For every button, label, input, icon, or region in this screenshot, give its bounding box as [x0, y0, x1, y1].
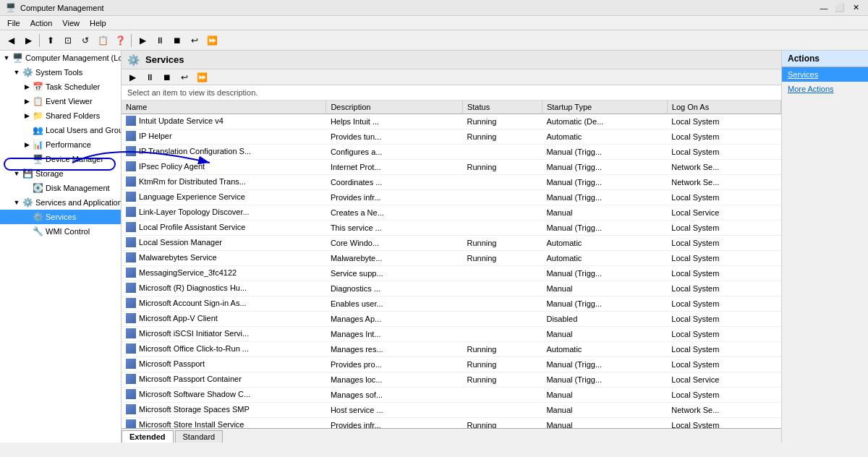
refresh-button[interactable]: ↺	[77, 33, 93, 48]
svc-pause-button[interactable]: ⏸	[142, 69, 158, 85]
service-status-cell: Running	[462, 418, 542, 429]
tree-expand-wmi[interactable]	[22, 226, 32, 236]
service-startup-cell: Manual (Trigg...	[542, 357, 667, 372]
table-row[interactable]: Microsoft PassportProvides pro...Running…	[122, 357, 781, 372]
tree-shared-folders[interactable]: ▶ 📁 Shared Folders	[0, 108, 121, 123]
table-row[interactable]: Microsoft Storage Spaces SMPHost service…	[122, 403, 781, 418]
service-logon-cell: Network Se...	[667, 175, 780, 190]
table-row[interactable]: Local Session ManagerCore Windo...Runnin…	[122, 236, 781, 251]
back-button[interactable]: ◀	[3, 33, 19, 48]
description-bar: Select an item to view its description.	[122, 85, 781, 101]
tree-event-viewer-label: Event Viewer	[46, 97, 93, 106]
up-button[interactable]: ⬆	[43, 33, 59, 48]
col-description[interactable]: Description	[326, 101, 463, 114]
svc-restart-button[interactable]: ↩	[176, 69, 192, 85]
table-row[interactable]: Malwarebytes ServiceMalwarebyte...Runnin…	[122, 251, 781, 266]
forward-button[interactable]: ▶	[20, 33, 36, 48]
tree-local-users[interactable]: 👥 Local Users and Groups	[0, 123, 121, 137]
col-startup[interactable]: Startup Type	[542, 101, 667, 114]
table-row[interactable]: Microsoft Account Sign-in As...Enables u…	[122, 296, 781, 312]
tree-root[interactable]: ▼ 🖥️ Computer Management (Local)	[0, 51, 121, 65]
tab-standard[interactable]: Standard	[175, 430, 224, 443]
tree-expand-event[interactable]: ▶	[22, 96, 32, 106]
play-button[interactable]: ▶	[135, 33, 150, 48]
minimize-button[interactable]: —	[817, 1, 830, 14]
service-startup-cell: Disabled	[542, 312, 667, 327]
menu-help[interactable]: Help	[85, 17, 111, 29]
close-button[interactable]: ✕	[849, 1, 862, 14]
tree-expand-storage[interactable]: ▼	[12, 168, 22, 179]
tree-expand-shared[interactable]: ▶	[22, 111, 32, 121]
table-row[interactable]: Intuit Update Service v4Helps Intuit ...…	[122, 114, 781, 129]
tree-expand-system[interactable]: ▼	[12, 67, 22, 77]
table-row[interactable]: KtmRm for Distributed Trans...Coordinate…	[122, 175, 781, 190]
tree-expand-perf[interactable]: ▶	[22, 140, 32, 150]
skip-button[interactable]: ⏩	[204, 33, 220, 48]
menu-action[interactable]: Action	[26, 17, 57, 29]
table-row[interactable]: Microsoft iSCSI Initiator Servi...Manage…	[122, 327, 781, 342]
tree-expand-svc[interactable]	[22, 212, 32, 222]
table-row[interactable]: Language Experience ServiceProvides infr…	[122, 190, 781, 205]
action-services[interactable]: Services	[782, 67, 868, 82]
tree-expand-users[interactable]	[22, 125, 32, 135]
tree-system-tools[interactable]: ▼ ⚙️ System Tools	[0, 65, 121, 80]
col-name[interactable]: Name	[122, 101, 326, 114]
service-icon	[126, 222, 136, 232]
tree-device-manager[interactable]: 🖥️ Device Manager	[0, 152, 121, 166]
export-button[interactable]: 📋	[95, 33, 111, 48]
tree-disk-management[interactable]: 💽 Disk Management	[0, 181, 121, 195]
service-name-cell: KtmRm for Distributed Trans...	[126, 176, 246, 187]
service-description-cell: Service supp...	[326, 266, 463, 281]
table-row[interactable]: Link-Layer Topology Discover...Creates a…	[122, 205, 781, 221]
service-name-cell: MessagingService_3fc4122	[126, 268, 237, 278]
help-button[interactable]: ❓	[112, 33, 128, 48]
table-header-row: Name Description Status Startup Type Log…	[122, 101, 781, 114]
restart-button[interactable]: ↩	[187, 33, 203, 48]
service-logon-cell: Local System	[667, 327, 780, 342]
service-startup-cell: Manual (Trigg...	[542, 175, 667, 190]
table-row[interactable]: Microsoft App-V ClientManages Ap...Disab…	[122, 312, 781, 327]
tree-expand-task[interactable]: ▶	[22, 82, 32, 92]
menu-view[interactable]: View	[58, 17, 84, 29]
show-hide-button[interactable]: ⊡	[60, 33, 76, 48]
tree-expand-svc-apps[interactable]: ▼	[12, 197, 22, 208]
tree-services[interactable]: ⚙️ Services	[0, 210, 121, 224]
stop-button[interactable]: ⏹	[169, 33, 185, 48]
services-table-container[interactable]: Name Description Status Startup Type Log…	[122, 101, 781, 428]
tree-task-scheduler-label: Task Scheduler	[46, 82, 100, 91]
svc-stop-button[interactable]: ⏹	[159, 69, 175, 85]
action-more[interactable]: More Actions	[782, 82, 868, 96]
table-row[interactable]: Microsoft Store Install ServiceProvides …	[122, 418, 781, 429]
tree-expand-root[interactable]: ▼	[1, 53, 12, 63]
col-logon[interactable]: Log On As	[667, 101, 780, 114]
table-row[interactable]: Microsoft (R) Diagnostics Hu...Diagnosti…	[122, 281, 781, 296]
tree-performance[interactable]: ▶ 📊 Performance	[0, 137, 121, 152]
table-row[interactable]: MessagingService_3fc4122Service supp...M…	[122, 266, 781, 281]
svc-play-button[interactable]: ▶	[124, 69, 140, 85]
tree-services-apps[interactable]: ▼ ⚙️ Services and Applications	[0, 195, 121, 210]
pause-button[interactable]: ⏸	[152, 33, 168, 48]
table-row[interactable]: Microsoft Passport ContainerManages loc.…	[122, 372, 781, 388]
computer-icon: 🖥️	[12, 52, 23, 64]
table-row[interactable]: Microsoft Office Click-to-Run ...Manages…	[122, 342, 781, 357]
menu-file[interactable]: File	[3, 17, 25, 29]
col-status[interactable]: Status	[462, 101, 542, 114]
table-row[interactable]: Microsoft Software Shadow C...Manages so…	[122, 388, 781, 403]
tree-expand-device[interactable]	[22, 154, 32, 164]
table-row[interactable]: IPsec Policy AgentInternet Prot...Runnin…	[122, 160, 781, 175]
service-startup-cell: Manual	[542, 403, 667, 418]
tree-event-viewer[interactable]: ▶ 📋 Event Viewer	[0, 94, 121, 108]
tree-expand-disk[interactable]	[22, 183, 32, 193]
table-row[interactable]: IP Translation Configuration S...Configu…	[122, 145, 781, 160]
table-row[interactable]: IP HelperProvides tun...RunningAutomatic…	[122, 129, 781, 145]
tree-storage[interactable]: ▼ 💾 Storage	[0, 166, 121, 181]
tree-wmi-control[interactable]: 🔧 WMI Control	[0, 224, 121, 239]
service-logon-cell: Local System	[667, 266, 780, 281]
svc-skip-button[interactable]: ⏩	[194, 69, 210, 85]
tree-task-scheduler[interactable]: ▶ 📅 Task Scheduler	[0, 80, 121, 94]
table-row[interactable]: Local Profile Assistant ServiceThis serv…	[122, 221, 781, 236]
service-description-cell: Malwarebyte...	[326, 251, 463, 266]
maximize-button[interactable]: ⬜	[833, 1, 846, 14]
tree-services-apps-label: Services and Applications	[35, 198, 122, 207]
tab-extended[interactable]: Extended	[122, 430, 174, 443]
